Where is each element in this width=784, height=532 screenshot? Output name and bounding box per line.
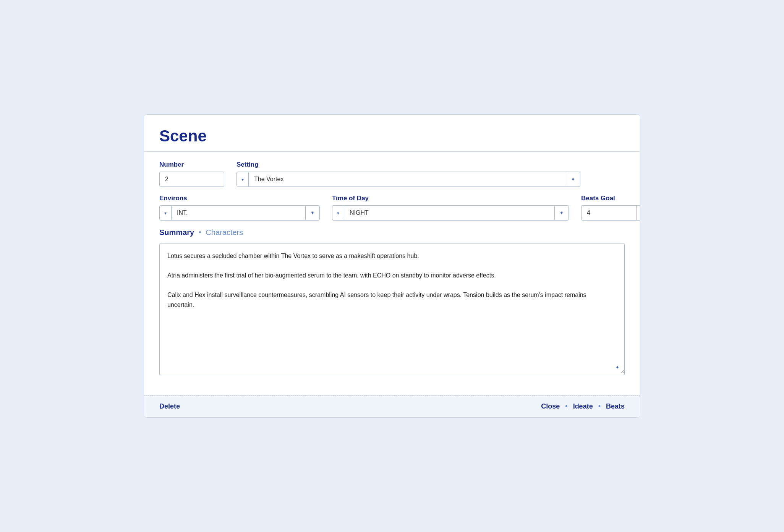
- tod-expand-btn[interactable]: ✦: [554, 206, 569, 220]
- beats-button[interactable]: Beats: [606, 402, 625, 410]
- tab-dot-separator: •: [199, 229, 201, 237]
- form-section: Number Setting ▾ ✦ Environs: [159, 152, 625, 395]
- tab-summary[interactable]: Summary: [159, 228, 194, 237]
- environs-expand-icon: ✦: [310, 210, 315, 216]
- environs-input-wrapper: ▾ ✦: [159, 205, 320, 221]
- scene-card: Scene Number Setting ▾ ✦: [144, 114, 640, 418]
- beats-goal-field-group: Beats Goal ?: [581, 195, 640, 221]
- close-button[interactable]: Close: [541, 402, 560, 410]
- page-title: Scene: [159, 127, 625, 145]
- tod-field-group: Time of Day ▾ ✦: [332, 195, 569, 221]
- setting-expand-icon: ✦: [571, 176, 575, 182]
- tab-row: Summary • Characters: [159, 228, 625, 237]
- setting-chevron-icon: ▾: [241, 177, 244, 182]
- tod-input-wrapper: ▾ ✦: [332, 205, 569, 221]
- environs-label: Environs: [159, 195, 320, 202]
- environs-field-group: Environs ▾ ✦: [159, 195, 320, 221]
- setting-expand-btn[interactable]: ✦: [566, 172, 580, 186]
- action-group: Close • Ideate • Beats: [541, 402, 625, 410]
- setting-dropdown-btn[interactable]: ▾: [237, 172, 249, 186]
- number-label: Number: [159, 161, 224, 169]
- beats-goal-input[interactable]: [582, 206, 636, 220]
- tod-input[interactable]: [344, 206, 554, 220]
- summary-textarea-wrapper: Lotus secures a secluded chamber within …: [159, 243, 625, 375]
- row-environs-tod-beats: Environs ▾ ✦ Time of Day ▾: [159, 195, 625, 221]
- tab-characters[interactable]: Characters: [206, 228, 243, 237]
- environs-chevron-icon: ▾: [164, 211, 167, 216]
- setting-field-group: Setting ▾ ✦: [236, 161, 580, 187]
- environs-input[interactable]: [172, 206, 305, 220]
- beats-goal-help-btn[interactable]: ?: [636, 206, 640, 220]
- summary-textarea[interactable]: Lotus secures a secluded chamber within …: [160, 243, 624, 373]
- number-field-group: Number: [159, 161, 224, 187]
- environs-dropdown-btn[interactable]: ▾: [160, 206, 172, 220]
- bottom-bar: Delete Close • Ideate • Beats: [144, 395, 640, 417]
- setting-input-wrapper: ▾ ✦: [236, 172, 580, 187]
- ideate-button[interactable]: Ideate: [573, 402, 593, 410]
- number-input[interactable]: [159, 172, 224, 187]
- row-number-setting: Number Setting ▾ ✦: [159, 161, 625, 187]
- summary-expand-icon: ✦: [615, 364, 620, 370]
- setting-input[interactable]: [249, 172, 566, 187]
- action-sep-1: •: [565, 402, 567, 410]
- beats-goal-input-wrapper: ?: [581, 205, 640, 221]
- tod-label: Time of Day: [332, 195, 569, 202]
- beats-goal-label: Beats Goal: [581, 195, 640, 202]
- setting-label: Setting: [236, 161, 580, 169]
- environs-expand-btn[interactable]: ✦: [305, 206, 319, 220]
- summary-expand-btn[interactable]: ✦: [615, 364, 620, 370]
- tod-expand-icon: ✦: [559, 210, 564, 216]
- tod-chevron-icon: ▾: [337, 211, 339, 216]
- action-sep-2: •: [598, 402, 601, 410]
- delete-button[interactable]: Delete: [159, 402, 180, 410]
- tod-dropdown-btn[interactable]: ▾: [332, 206, 344, 220]
